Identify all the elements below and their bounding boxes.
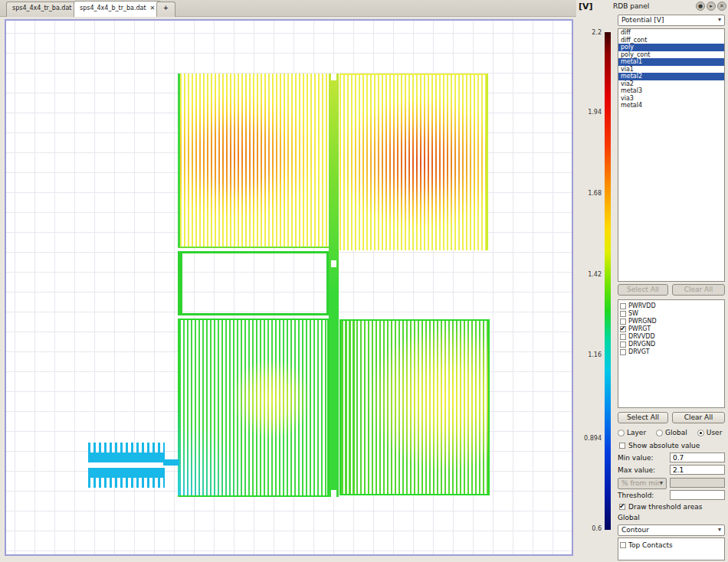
panel-menu-icon[interactable]: ● — [696, 2, 705, 11]
heatmap-block-bottom-left[interactable] — [178, 319, 329, 497]
top-contacts-item[interactable]: Top Contacts — [618, 541, 724, 549]
net-listbox[interactable]: PWRVDD SW PWRGND PWRGT DRVVDD DRVGND DRV… — [618, 299, 725, 408]
empty-cell-outline[interactable] — [178, 251, 329, 315]
min-value-input[interactable] — [670, 453, 725, 462]
scale-tick: 1.16 — [576, 351, 602, 358]
panel-title: RDB panel — [613, 2, 649, 10]
chevron-down-icon: ▾ — [718, 16, 721, 23]
comb-bus-bottom — [88, 468, 165, 478]
net-item[interactable]: PWRVDD — [618, 302, 724, 310]
bar-notch — [331, 490, 336, 497]
net-item[interactable]: SW — [618, 310, 724, 318]
checkbox[interactable] — [620, 319, 626, 325]
threshold-label: Threshold: — [618, 492, 654, 499]
comb-gap — [88, 462, 165, 468]
layer-item[interactable]: poly — [618, 44, 724, 51]
radio-user[interactable]: User — [697, 429, 723, 436]
panel-close-icon[interactable]: ✕ — [717, 2, 726, 11]
threshold-input[interactable] — [670, 490, 725, 500]
global-mode-dropdown[interactable]: Contour ▾ — [618, 524, 725, 536]
net-item[interactable]: DRVVDD — [618, 333, 724, 341]
min-value-label: Min value: — [618, 454, 653, 462]
checkbox[interactable] — [620, 542, 626, 548]
scale-tick: 2.2 — [576, 29, 602, 36]
layer-item[interactable]: metal1 — [618, 58, 724, 66]
checkbox[interactable] — [620, 349, 626, 355]
scale-tick: 0.894 — [576, 435, 602, 442]
layer-item[interactable]: metal4 — [618, 102, 724, 109]
checkbox[interactable] — [620, 341, 626, 348]
layer-item[interactable]: via3 — [618, 95, 724, 103]
net-item[interactable]: DRVGND — [618, 341, 724, 348]
tab-sps4-4x4-b-tr-ba[interactable]: sps4_4x4_b_tr_ba.dat✕ — [74, 1, 161, 17]
radio-icon[interactable] — [697, 430, 704, 436]
layer-select-all-button[interactable]: Select All — [618, 284, 668, 296]
net-clear-all-button[interactable]: Clear All — [672, 412, 725, 423]
layer-clear-all-button[interactable]: Clear All — [672, 284, 725, 296]
global-options-listbox[interactable]: Top Contacts — [618, 537, 725, 560]
tab-bar: sps4_4x4_tr_ba.dat✕ sps4_4x4_b_tr_ba.dat… — [0, 0, 576, 17]
tab-label: sps4_4x4_tr_ba.dat — [12, 5, 71, 11]
checkbox[interactable] — [619, 504, 625, 510]
right-panel: [V] 2.2 1.94 1.68 1.42 1.16 0.894 0.6 RD… — [576, 0, 728, 562]
layout-canvas[interactable] — [5, 19, 573, 556]
layer-item[interactable]: via1 — [618, 66, 724, 74]
checkbox[interactable] — [620, 311, 626, 317]
panel-detach-icon[interactable]: ▸ — [707, 2, 716, 11]
checkbox[interactable] — [620, 334, 626, 340]
vertical-connector-bar[interactable] — [329, 74, 339, 497]
bar-notch — [331, 260, 336, 267]
pct-from-min-input[interactable] — [670, 478, 725, 488]
checkbox[interactable] — [619, 443, 625, 449]
chevron-down-icon: ▾ — [718, 526, 721, 533]
net-item[interactable]: PWRGND — [618, 318, 724, 325]
net-item[interactable]: DRVGT — [618, 348, 724, 356]
layer-item[interactable]: metal3 — [618, 87, 724, 95]
tab-close-icon[interactable]: ✕ — [150, 5, 156, 11]
draw-threshold-checkbox[interactable]: Draw threshold areas — [619, 503, 702, 511]
radio-icon[interactable] — [656, 430, 663, 436]
display-mode-value: Potential [V] — [621, 16, 664, 24]
scale-tick: 0.6 — [576, 525, 602, 532]
checkbox[interactable] — [620, 303, 626, 309]
bar-notch — [331, 74, 336, 80]
layer-listbox[interactable]: diff diff_cont poly poly_cont metal1 via… — [618, 28, 725, 282]
voltage-unit-label: [V] — [579, 2, 593, 11]
comb-connector-stub — [163, 459, 179, 466]
radio-layer[interactable]: Layer — [618, 429, 646, 436]
radio-icon[interactable] — [618, 430, 625, 436]
layer-item[interactable]: metal2 — [618, 73, 724, 80]
scale-tick: 1.94 — [576, 109, 602, 116]
layer-item[interactable]: poly_cont — [618, 51, 724, 59]
color-scale-bar — [605, 32, 611, 530]
display-mode-dropdown[interactable]: Potential [V] ▾ — [618, 15, 725, 26]
radio-global[interactable]: Global — [656, 429, 687, 436]
heatmap-block-bottom-right[interactable] — [339, 319, 490, 495]
scale-tick: 1.42 — [576, 271, 602, 278]
chevron-down-icon: ▾ — [660, 479, 663, 486]
checkbox[interactable] — [620, 326, 626, 332]
heatmap-block-top-left[interactable] — [178, 74, 329, 248]
max-value-label: Max value: — [618, 466, 655, 474]
block-edge — [178, 320, 180, 495]
max-value-input[interactable] — [670, 465, 725, 475]
comb-bus-top — [88, 453, 165, 462]
global-section-label: Global — [618, 514, 640, 521]
net-item[interactable]: PWRGT — [618, 325, 724, 333]
layer-item[interactable]: diff — [618, 29, 724, 37]
comb-teeth-bottom — [88, 478, 165, 488]
show-absolute-checkbox[interactable]: Show absolute value — [619, 442, 700, 449]
layer-item[interactable]: via2 — [618, 80, 724, 88]
scale-tick: 1.68 — [576, 190, 602, 197]
new-tab-button[interactable]: + — [156, 2, 175, 17]
tab-label: sps4_4x4_b_tr_ba.dat — [80, 5, 146, 11]
pct-from-min-dropdown[interactable]: % from min ▾ — [618, 478, 667, 489]
net-select-all-button[interactable]: Select All — [618, 412, 668, 423]
cyan-comb-structure[interactable] — [88, 443, 165, 488]
heatmap-block-top-right[interactable] — [339, 74, 488, 250]
layer-item[interactable]: diff_cont — [618, 37, 724, 44]
comb-teeth-top — [88, 443, 165, 453]
